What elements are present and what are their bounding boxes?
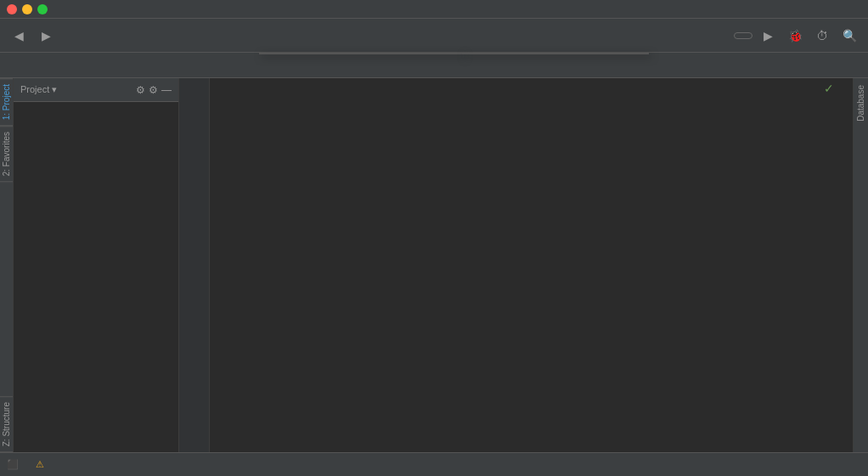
editor-area[interactable]: ✓	[179, 78, 853, 452]
toolbar: ◀ ▶ ▶ 🐞 ⏱ 🔍	[0, 19, 868, 53]
titlebar	[0, 0, 868, 19]
structure-panel-tab[interactable]: Z: Structure	[0, 396, 14, 452]
favorites-panel-tab[interactable]: 2: Favorites	[0, 126, 14, 182]
add-config-button[interactable]	[734, 32, 752, 39]
statusbar-left: ⬛ ⚠	[7, 459, 814, 470]
fold-submenu[interactable]	[462, 53, 649, 54]
statusbar: ⬛ ⚠	[0, 452, 868, 476]
editor-gutter	[179, 78, 210, 452]
settings-icon[interactable]: ⚙	[136, 84, 145, 96]
minimize-button[interactable]	[22, 4, 32, 14]
terminal-icon: ⬛	[7, 459, 19, 470]
run-button[interactable]: ▶	[756, 24, 780, 48]
main-layout: 1: Project 2: Favorites Z: Structure Pro…	[0, 78, 868, 452]
project-label: Project ▾	[20, 84, 57, 95]
toolbar-right: ▶ 🐞 ⏱ 🔍	[734, 24, 861, 48]
debug-button[interactable]: 🐞	[783, 24, 807, 48]
left-panel-strip: 1: Project 2: Favorites Z: Structure	[0, 78, 14, 452]
editor-content[interactable]	[211, 78, 853, 452]
close-button[interactable]	[7, 4, 17, 14]
terminal-button[interactable]: ⬛	[7, 459, 22, 470]
warning-icon: ⚠	[36, 459, 44, 470]
project-panel-tab[interactable]: 1: Project	[0, 78, 14, 126]
code-menu[interactable]	[259, 53, 463, 54]
back-button[interactable]: ◀	[7, 24, 31, 48]
warning-button[interactable]: ⚠	[36, 459, 48, 470]
gear-icon[interactable]: ⚙	[149, 84, 158, 96]
database-panel-tab[interactable]: Database	[856, 82, 865, 125]
right-panel-strip: Database	[853, 78, 868, 452]
sidebar: Project ▾ ⚙ ⚙ —	[14, 78, 179, 452]
traffic-lights	[7, 4, 48, 14]
maximize-button[interactable]	[37, 4, 48, 14]
profile-button[interactable]: ⏱	[810, 24, 834, 48]
sidebar-icons: ⚙ ⚙ —	[136, 84, 172, 96]
search-button[interactable]: 🔍	[837, 24, 861, 48]
sidebar-header: Project ▾ ⚙ ⚙ —	[14, 78, 178, 102]
forward-button[interactable]: ▶	[34, 24, 58, 48]
editor-check-icon: ✓	[824, 82, 834, 95]
minus-icon[interactable]: —	[161, 84, 172, 96]
tab-bar	[0, 53, 868, 78]
